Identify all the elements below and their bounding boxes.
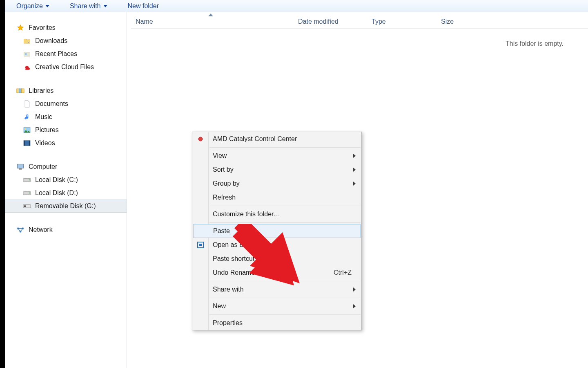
downloads-label: Downloads	[35, 37, 67, 45]
sidebar-item-videos[interactable]: Videos	[5, 137, 127, 150]
svg-rect-23	[199, 244, 202, 246]
ctx-properties-label: Properties	[213, 319, 243, 327]
brackets-icon	[196, 241, 205, 249]
column-name-label: Name	[136, 18, 153, 25]
chevron-down-icon	[45, 5, 49, 7]
removable-g-label: Removable Disk (G:)	[35, 202, 96, 210]
star-icon	[16, 24, 24, 32]
sort-ascending-icon	[208, 13, 213, 16]
libraries-icon	[16, 87, 24, 95]
svg-rect-1	[25, 53, 27, 55]
ctx-brackets-label: Open as Brackets project	[213, 241, 286, 249]
sidebar-item-network[interactable]: Network	[5, 223, 127, 236]
favorites-label: Favorites	[29, 24, 56, 31]
column-name[interactable]: Name	[131, 15, 293, 28]
share-with-menu[interactable]: Share with	[70, 2, 107, 10]
videos-icon	[23, 139, 31, 147]
sidebar-item-local-disk-d[interactable]: Local Disk (D:)	[5, 186, 127, 200]
ctx-amd-catalyst[interactable]: AMD Catalyst Control Center	[192, 132, 361, 146]
left-border	[0, 0, 5, 368]
documents-icon	[23, 100, 31, 108]
context-menu-separator	[209, 298, 361, 298]
pane-divider[interactable]	[127, 12, 127, 368]
ctx-new[interactable]: New	[192, 299, 361, 313]
folder-download-icon	[23, 37, 31, 45]
sidebar-item-pictures[interactable]: Pictures	[5, 123, 127, 137]
submenu-arrow-icon	[353, 287, 356, 292]
column-type-label: Type	[372, 18, 386, 25]
column-date-modified[interactable]: Date modified	[293, 15, 367, 28]
videos-label: Videos	[35, 139, 55, 147]
recent-places-icon	[23, 50, 31, 58]
ctx-refresh[interactable]: Refresh	[192, 191, 361, 204]
ctx-customize-folder[interactable]: Customize this folder...	[192, 207, 361, 221]
svg-point-21	[198, 137, 203, 141]
column-size[interactable]: Size	[436, 15, 489, 28]
svg-point-15	[29, 193, 30, 194]
ctx-paste-shortcut-label: Paste shortcut	[213, 255, 254, 263]
libraries-group: Libraries Documents Music Pictures Video…	[5, 84, 127, 150]
sidebar-item-local-disk-c[interactable]: Local Disk (C:)	[5, 173, 127, 186]
sidebar-item-favorites[interactable]: Favorites	[5, 21, 127, 34]
computer-group: Computer Local Disk (C:) Local Disk (D:)…	[5, 160, 127, 213]
local-c-label: Local Disk (C:)	[35, 176, 78, 184]
ctx-share-label: Share with	[213, 286, 244, 293]
computer-label: Computer	[29, 163, 57, 171]
sidebar-item-documents[interactable]: Documents	[5, 97, 127, 110]
computer-icon	[16, 163, 24, 171]
removable-drive-icon	[23, 202, 31, 210]
organize-menu[interactable]: Organize	[16, 2, 49, 10]
svg-rect-4	[22, 89, 24, 93]
submenu-arrow-icon	[353, 154, 356, 158]
svg-rect-9	[29, 141, 30, 146]
column-size-label: Size	[441, 18, 454, 25]
ctx-view[interactable]: View	[192, 149, 361, 163]
ctx-properties[interactable]: Properties	[192, 316, 361, 330]
svg-rect-8	[24, 141, 25, 146]
column-headers: Name Date modified Type Size	[131, 15, 588, 29]
submenu-arrow-icon	[353, 304, 356, 308]
libraries-label: Libraries	[29, 87, 53, 94]
svg-point-13	[29, 180, 30, 181]
organize-label: Organize	[16, 2, 43, 10]
music-icon	[23, 113, 31, 121]
svg-point-6	[25, 128, 27, 130]
ctx-paste[interactable]: Paste	[193, 224, 361, 238]
chevron-down-icon	[103, 5, 107, 7]
ctx-refresh-label: Refresh	[213, 194, 236, 201]
sidebar-item-removable-disk-g[interactable]: Removable Disk (G:)	[5, 200, 127, 213]
ctx-sort-by[interactable]: Sort by	[192, 163, 361, 177]
ctx-amd-label: AMD Catalyst Control Center	[213, 135, 297, 143]
ctx-undo-rename[interactable]: Undo Rename Ctrl+Z	[192, 266, 361, 280]
ctx-customize-label: Customize this folder...	[213, 211, 279, 218]
sidebar-item-downloads[interactable]: Downloads	[5, 34, 127, 47]
sidebar-item-libraries[interactable]: Libraries	[5, 84, 127, 97]
context-menu: AMD Catalyst Control Center View Sort by…	[192, 132, 362, 330]
sidebar-item-music[interactable]: Music	[5, 110, 127, 123]
sidebar-item-recent-places[interactable]: Recent Places	[5, 47, 127, 61]
ctx-share-with[interactable]: Share with	[192, 283, 361, 296]
amd-icon	[196, 135, 205, 143]
navigation-pane: Favorites Downloads Recent Places Creati…	[5, 13, 127, 368]
drive-icon	[23, 189, 31, 197]
pictures-icon	[23, 126, 31, 134]
column-type[interactable]: Type	[367, 15, 436, 28]
ctx-paste-shortcut[interactable]: Paste shortcut	[192, 252, 361, 266]
ctx-group-label: Group by	[213, 180, 240, 187]
sidebar-item-creative-cloud[interactable]: Creative Cloud Files	[5, 61, 127, 74]
creative-cloud-icon	[23, 63, 31, 71]
new-folder-label: New folder	[128, 2, 159, 10]
ctx-group-by[interactable]: Group by	[192, 177, 361, 191]
ctx-undo-label: Undo Rename	[213, 269, 255, 276]
ctx-new-label: New	[213, 303, 226, 310]
pictures-label: Pictures	[35, 126, 59, 134]
context-menu-separator	[209, 147, 361, 148]
favorites-group: Favorites Downloads Recent Places Creati…	[5, 21, 127, 74]
svg-rect-11	[19, 168, 22, 170]
context-menu-separator	[209, 206, 361, 206]
sidebar-item-computer[interactable]: Computer	[5, 160, 127, 173]
ctx-undo-shortcut: Ctrl+Z	[334, 269, 352, 276]
new-folder-button[interactable]: New folder	[128, 2, 159, 10]
ctx-open-brackets[interactable]: Open as Brackets project	[192, 238, 361, 252]
explorer-toolbar: Organize Share with New folder	[5, 0, 588, 12]
